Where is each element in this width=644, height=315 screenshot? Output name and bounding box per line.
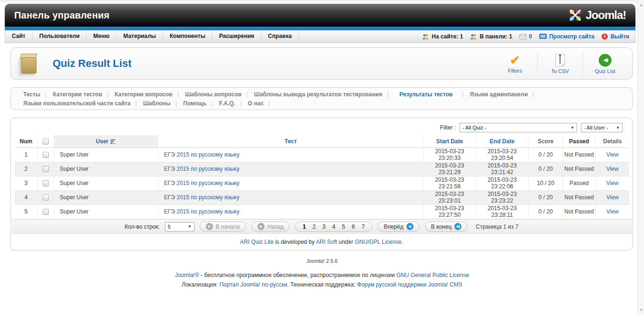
- menu-help[interactable]: Справка: [261, 30, 299, 43]
- tab-result-templates[interactable]: Шаблоны вывода результатов тестирования: [254, 91, 382, 98]
- table-row: 5 Super User ЕГЭ 2015 по русскому языку …: [15, 204, 629, 219]
- quiz-filter-select[interactable]: - All Quiz - ▼: [460, 123, 577, 132]
- tab-question-categories[interactable]: Категории вопросов: [115, 91, 173, 98]
- page-5[interactable]: 5: [339, 223, 349, 230]
- page-3[interactable]: 3: [319, 223, 329, 230]
- col-user-sort[interactable]: User: [54, 135, 158, 148]
- in-panel-count: В панели: 1: [479, 33, 512, 40]
- row-checkbox[interactable]: [43, 195, 49, 201]
- tab-templates[interactable]: Шаблоны: [143, 100, 171, 107]
- filters-button[interactable]: ✔ Filters: [493, 50, 537, 77]
- page-1[interactable]: 1: [299, 223, 309, 230]
- tab-question-templates[interactable]: Шаблоны вопросов: [185, 91, 241, 98]
- scroll-up-icon[interactable]: ▲: [638, 3, 644, 7]
- to-csv-button[interactable]: To CSV: [538, 50, 582, 77]
- row-user: Super User: [54, 162, 158, 176]
- page-4[interactable]: 4: [329, 223, 339, 230]
- row-checkbox[interactable]: [43, 180, 49, 186]
- tab-quiz-categories[interactable]: Категории тестов: [53, 91, 102, 98]
- test-link[interactable]: ЕГЭ 2015 по русскому языку: [164, 166, 239, 172]
- menu-menus[interactable]: Меню: [87, 30, 117, 43]
- page-6[interactable]: 6: [349, 223, 359, 230]
- gnu-gpl-link[interactable]: GNU/GPL License: [355, 239, 401, 245]
- user-filter-select[interactable]: - All User - ▼: [581, 123, 623, 132]
- row-checkbox[interactable]: [43, 152, 49, 158]
- tab-site-languages[interactable]: Языки пользовательской части сайта: [23, 100, 130, 107]
- separator: |: [240, 100, 241, 107]
- footer-localization-line: Локализация: Портал Joomla! по-русски. Т…: [0, 281, 644, 288]
- menu-extensions[interactable]: Расширения: [212, 30, 261, 43]
- arrow-right-icon: [406, 223, 414, 230]
- separator: |: [177, 91, 179, 98]
- joomla-logo-icon: [568, 8, 582, 22]
- menu-users[interactable]: Пользователи: [33, 30, 87, 43]
- view-link[interactable]: View: [607, 180, 619, 186]
- table-row: 1 Super User ЕГЭ 2015 по русскому языку …: [15, 148, 629, 162]
- view-link[interactable]: View: [607, 194, 619, 201]
- joomla-version: Joomla! 2.5.6: [0, 258, 644, 264]
- tab-quiz-results-active[interactable]: Результаты тестов: [395, 90, 457, 99]
- row-score: 0 / 20: [528, 148, 563, 162]
- ru-support-forum-link[interactable]: Форум русской поддержки Joomla! CMS: [357, 281, 462, 288]
- row-checkbox[interactable]: [43, 209, 49, 215]
- admin-header: Панель управления Joomla!: [5, 4, 635, 27]
- row-passed: Passed: [563, 176, 596, 190]
- top-strip: [0, 0, 644, 4]
- row-score: 0 / 20: [528, 190, 563, 204]
- scroll-down-icon[interactable]: ▼: [638, 308, 644, 312]
- test-link[interactable]: ЕГЭ 2015 по русскому языку: [164, 194, 239, 201]
- select-all-checkbox[interactable]: [43, 139, 49, 145]
- rows-per-page-select[interactable]: 5 ▼: [165, 222, 194, 232]
- select-all-cell: [37, 135, 54, 148]
- logout-link[interactable]: Выйти: [601, 33, 629, 40]
- menu-site[interactable]: Сайт: [5, 30, 33, 43]
- tab-help[interactable]: Помощь: [183, 100, 206, 107]
- col-test-sort[interactable]: Тест: [158, 135, 423, 148]
- ari-soft-link[interactable]: ARI Soft: [316, 239, 337, 245]
- joomla-link[interactable]: Joomla!®: [175, 272, 199, 278]
- vertical-scrollbar[interactable]: ▲ ▼: [637, 0, 644, 315]
- tab-admin-languages[interactable]: Языки админпанели: [470, 91, 528, 98]
- test-link[interactable]: ЕГЭ 2015 по русскому языку: [164, 151, 239, 158]
- chevron-down-icon: ▼: [570, 126, 574, 130]
- menu-components[interactable]: Компоненты: [163, 30, 212, 43]
- submenu-row-2: Языки пользовательской части сайта| Шабл…: [23, 99, 632, 108]
- row-checkbox[interactable]: [43, 166, 49, 172]
- row-details: View: [595, 162, 629, 176]
- row-num: 3: [15, 176, 37, 190]
- monitor-icon: [539, 34, 547, 39]
- separator: |: [135, 100, 137, 107]
- view-site-link[interactable]: Просмотр сайта: [539, 33, 595, 40]
- menu-content[interactable]: Материалы: [117, 30, 163, 43]
- row-start-date: 2015-03-23 23:23:01: [423, 190, 476, 204]
- tab-tests[interactable]: Тесты: [23, 91, 40, 98]
- joomla-ru-portal-link[interactable]: Портал Joomla! по-русски: [220, 281, 287, 288]
- ari-quiz-lite-link[interactable]: ARI Quiz Lite: [240, 239, 274, 245]
- page-7[interactable]: 7: [358, 223, 368, 230]
- quiz-list-button[interactable]: Quiz List: [583, 50, 627, 77]
- chevron-down-icon: ▼: [616, 126, 620, 130]
- separator: |: [387, 91, 388, 98]
- footer-license-line: Joomla!® - бесплатное программное обеспе…: [0, 272, 644, 278]
- quiz-component-icon: [18, 53, 40, 74]
- col-start-date-sort[interactable]: Start Date: [423, 135, 476, 148]
- col-end-date-sort[interactable]: End Date: [476, 135, 528, 148]
- component-credit: ARI Quiz Lite is developed by ARI Soft u…: [11, 239, 632, 245]
- row-test: ЕГЭ 2015 по русскому языку: [158, 176, 423, 190]
- next-page-button[interactable]: Вперёд: [377, 222, 420, 232]
- toolbar: ✔ Filters To CSV Quiz: [493, 50, 627, 77]
- test-link[interactable]: ЕГЭ 2015 по русскому языку: [164, 180, 239, 186]
- view-link[interactable]: View: [607, 151, 619, 158]
- mail-icon: [519, 34, 526, 39]
- tab-faq[interactable]: F.A.Q.: [219, 100, 235, 107]
- prev-page-button: Назад: [251, 222, 290, 232]
- test-link[interactable]: ЕГЭ 2015 по русскому языку: [164, 208, 239, 215]
- view-link[interactable]: View: [607, 208, 619, 215]
- view-link[interactable]: View: [607, 166, 619, 172]
- component-header: Quiz Result List ✔ Filters To CSV: [10, 47, 633, 80]
- page-2[interactable]: 2: [309, 223, 319, 230]
- tab-about[interactable]: О нас: [248, 100, 264, 107]
- gnu-license-link[interactable]: GNU General Public License: [396, 272, 469, 278]
- messages-link[interactable]: 0: [519, 33, 532, 40]
- last-page-button[interactable]: В конец: [425, 222, 468, 232]
